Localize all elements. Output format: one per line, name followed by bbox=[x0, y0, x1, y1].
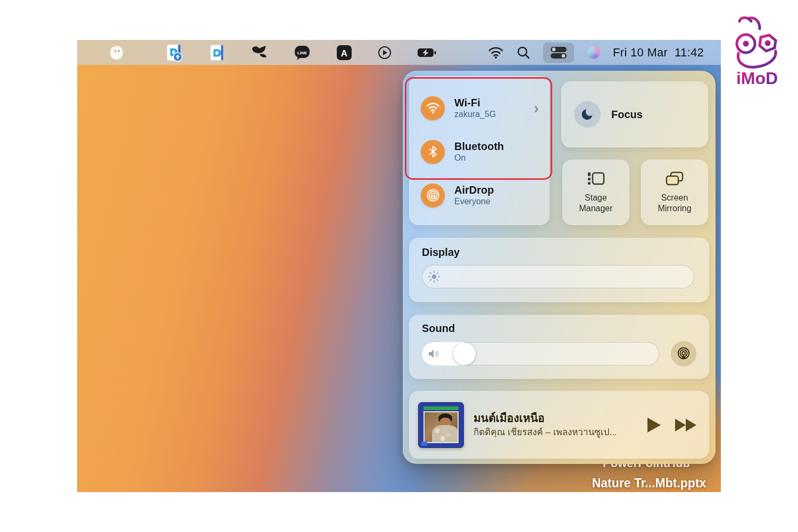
speaker-icon bbox=[428, 348, 442, 360]
fast-forward-button[interactable] bbox=[674, 417, 699, 433]
line-icon[interactable]: LINE bbox=[293, 43, 311, 63]
bird-icon[interactable] bbox=[251, 43, 269, 63]
stage-manager-tile[interactable]: Stage Manager bbox=[562, 160, 629, 225]
track-title: มนต์เมืองเหนือ bbox=[473, 411, 639, 425]
svg-text:iMoD: iMoD bbox=[736, 69, 778, 88]
play-button[interactable] bbox=[645, 416, 662, 434]
bluetooth-icon[interactable] bbox=[421, 140, 445, 164]
airplay-audio-button[interactable] bbox=[671, 341, 696, 367]
airdrop-icon[interactable] bbox=[421, 184, 445, 207]
focus-label: Focus bbox=[611, 109, 643, 121]
wifi-row[interactable]: Wi-Fi zakura_5G › bbox=[421, 89, 540, 127]
control-center-icon[interactable] bbox=[543, 43, 574, 63]
connectivity-card: Wi-Fi zakura_5G › Bluetooth On bbox=[409, 76, 550, 225]
screen-mirroring-tile[interactable]: Screen Mirroring bbox=[641, 160, 708, 225]
ghost-app-icon[interactable] bbox=[108, 43, 125, 63]
control-center-panel: Wi-Fi zakura_5G › Bluetooth On bbox=[403, 71, 716, 464]
imod-logo: iMoD bbox=[728, 11, 786, 90]
airplay-audio-icon bbox=[676, 346, 691, 361]
sound-label: Sound bbox=[422, 322, 696, 335]
bluetooth-label: Bluetooth bbox=[454, 140, 504, 153]
wifi-icon[interactable] bbox=[421, 96, 445, 120]
brightness-slider[interactable] bbox=[422, 265, 694, 288]
airdrop-row[interactable]: AirDrop Everyone bbox=[421, 176, 540, 214]
battery-charging-icon[interactable] bbox=[417, 43, 438, 63]
volume-knob[interactable] bbox=[453, 343, 476, 365]
spotlight-icon[interactable] bbox=[517, 43, 530, 63]
now-playing-card: มนต์เมืองเหนือ กิตติคุณ เชียรสงค์ – เพลง… bbox=[409, 391, 709, 459]
display-label: Display bbox=[422, 246, 696, 259]
menu-clock[interactable]: Fri 10 Mar 11:42 bbox=[613, 46, 704, 60]
documents-upload-icon[interactable] bbox=[164, 43, 184, 63]
wifi-status: zakura_5G bbox=[454, 109, 496, 119]
bluetooth-status: On bbox=[454, 153, 504, 163]
airdrop-label: AirDrop bbox=[454, 184, 494, 196]
desktop-screenshot: LINE A bbox=[77, 40, 721, 492]
input-source-icon[interactable]: A bbox=[336, 43, 353, 63]
airdrop-status: Everyone bbox=[454, 196, 494, 206]
track-artist: กิตติคุณ เชียรสงค์ – เพลงหวานซูเป... bbox=[473, 427, 639, 439]
play-status-icon[interactable] bbox=[377, 43, 392, 63]
documents-icon[interactable] bbox=[208, 43, 226, 63]
brightness-sun-icon bbox=[428, 270, 440, 283]
desktop-file-label[interactable]: Nature Tr...Mbt.pptx bbox=[583, 476, 716, 491]
siri-icon[interactable] bbox=[587, 43, 600, 63]
album-art[interactable] bbox=[418, 402, 464, 448]
wifi-menu-icon[interactable] bbox=[488, 43, 504, 63]
wifi-label: Wi-Fi bbox=[454, 97, 496, 109]
chevron-right-icon[interactable]: › bbox=[534, 99, 539, 117]
stage-manager-label: Stage Manager bbox=[569, 193, 622, 214]
bluetooth-row[interactable]: Bluetooth On bbox=[421, 132, 540, 171]
volume-slider[interactable] bbox=[422, 342, 659, 365]
screen-mirroring-label: Screen Mirroring bbox=[648, 193, 701, 214]
screen-mirroring-icon bbox=[665, 171, 684, 187]
menu-bar: LINE A bbox=[77, 40, 721, 65]
display-card: Display bbox=[409, 238, 709, 302]
svg-text:A: A bbox=[341, 48, 347, 59]
focus-moon-icon bbox=[574, 101, 601, 128]
focus-card[interactable]: Focus bbox=[561, 81, 708, 147]
sound-card: Sound bbox=[409, 315, 709, 379]
svg-text:LINE: LINE bbox=[297, 50, 307, 55]
stage-manager-icon bbox=[587, 171, 605, 187]
